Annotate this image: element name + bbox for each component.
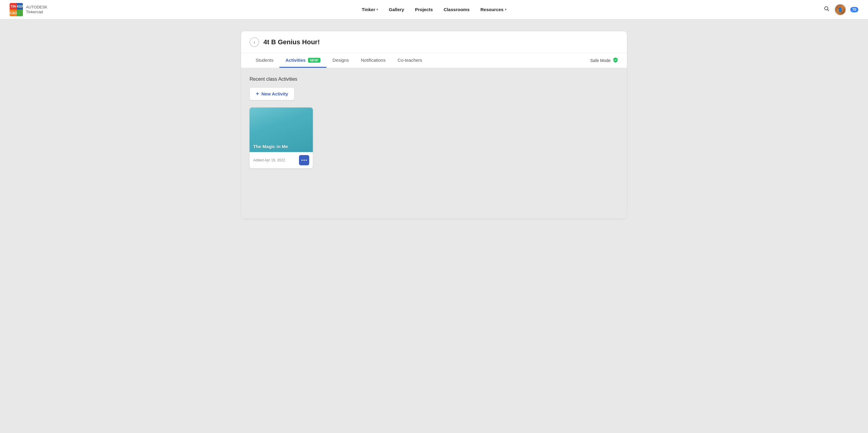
header-right: 👤 70 <box>823 4 858 15</box>
main-nav: Tinker ▾ Gallery Projects Classrooms Res… <box>362 7 506 12</box>
main-content: ‹ 4t B Genius Hour! Students Activities … <box>223 19 645 231</box>
activity-thumbnail-title: The Magic in Me <box>253 144 288 149</box>
avatar: 👤 <box>835 4 846 15</box>
activity-menu-button[interactable] <box>299 155 309 165</box>
activity-date: Added Apr 19, 2022 <box>253 158 285 162</box>
brand-text: AUTODESK Tinkercad <box>26 5 47 14</box>
logo-cell-empty <box>17 10 23 16</box>
safe-mode-area: Safe Mode <box>590 57 618 64</box>
safe-mode-label: Safe Mode <box>590 58 611 63</box>
tab-designs[interactable]: Designs <box>327 53 355 68</box>
header: TIN KER CAD AUTODESK Tinkercad Tinker ▾ … <box>0 0 868 19</box>
logo-cell-ker: KER <box>17 3 23 10</box>
dot-icon <box>301 160 303 161</box>
svg-line-1 <box>827 10 829 11</box>
notification-badge[interactable]: 70 <box>850 7 858 12</box>
dot-icon <box>306 160 307 161</box>
autodesk-label: AUTODESK <box>26 5 47 10</box>
nav-projects[interactable]: Projects <box>415 7 433 12</box>
classroom-card: ‹ 4t B Genius Hour! Students Activities … <box>241 31 627 219</box>
chevron-left-icon: ‹ <box>254 40 255 44</box>
search-icon <box>824 6 830 12</box>
dot-icon <box>304 160 305 161</box>
chevron-down-icon: ▾ <box>376 8 378 11</box>
logo-grid: TIN KER CAD <box>10 3 23 16</box>
activity-card: The Magic in Me Added Apr 19, 2022 <box>250 107 313 168</box>
new-activity-label: New Activity <box>261 91 288 96</box>
content-area: Recent class Activities + New Activity T… <box>241 68 627 219</box>
tab-activities[interactable]: Activities New! <box>279 53 327 68</box>
nav-tinker[interactable]: Tinker ▾ <box>362 7 378 12</box>
search-button[interactable] <box>823 4 831 14</box>
activities-grid: The Magic in Me Added Apr 19, 2022 <box>250 107 618 168</box>
tabs-bar: Students Activities New! Designs Notific… <box>241 53 627 68</box>
activity-thumbnail: The Magic in Me <box>250 107 313 152</box>
section-title: Recent class Activities <box>250 76 618 82</box>
back-button[interactable]: ‹ <box>250 37 259 47</box>
nav-gallery[interactable]: Gallery <box>389 7 404 12</box>
chevron-down-icon: ▾ <box>505 8 506 11</box>
new-badge: New! <box>308 58 320 63</box>
logo-cell-cad: CAD <box>10 10 17 16</box>
shield-check-icon <box>613 57 618 64</box>
nav-classrooms[interactable]: Classrooms <box>444 7 470 12</box>
card-header: ‹ 4t B Genius Hour! <box>241 31 627 53</box>
classroom-title: 4t B Genius Hour! <box>264 38 320 46</box>
avatar-wrapper[interactable]: 👤 <box>835 4 846 15</box>
new-activity-button[interactable]: + New Activity <box>250 87 294 100</box>
tab-students[interactable]: Students <box>250 53 279 68</box>
logo-cell-tin: TIN <box>10 3 17 10</box>
tab-notifications[interactable]: Notifications <box>355 53 392 68</box>
tab-coteachers[interactable]: Co-teachers <box>392 53 428 68</box>
plus-icon: + <box>256 91 259 97</box>
tinkercad-label: Tinkercad <box>26 10 47 14</box>
activity-footer: Added Apr 19, 2022 <box>250 152 313 168</box>
logo-area[interactable]: TIN KER CAD AUTODESK Tinkercad <box>10 3 47 16</box>
nav-resources[interactable]: Resources ▾ <box>480 7 506 12</box>
